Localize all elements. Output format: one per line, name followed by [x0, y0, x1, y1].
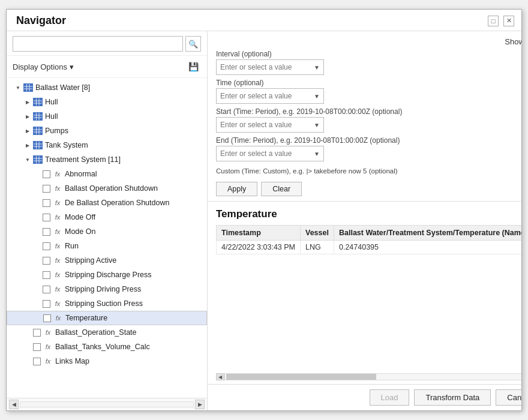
minimize-button[interactable]: □ [488, 16, 499, 26]
start-dropdown-arrow-icon[interactable]: ▼ [314, 122, 320, 128]
transform-button[interactable]: Transform Data [414, 389, 491, 406]
tree-area[interactable]: ▼ Ballast Water [8]▶ Hull▶ Hull▶ Pumps▶ [7, 78, 207, 398]
tree-item[interactable]: fxBallast_Operation_State [7, 325, 207, 340]
bottom-row: Load Transform Data Cancel [208, 384, 521, 410]
search-button[interactable]: 🔍 [185, 36, 201, 52]
tree-item-checkbox[interactable] [43, 170, 50, 178]
tree-item[interactable]: ▶ Tank System [7, 138, 207, 152]
tree-item-checkbox[interactable] [43, 271, 50, 279]
table-cell: 0.24740395 [334, 241, 521, 254]
tree-item[interactable]: fxAbnormal [7, 167, 207, 181]
tree-item[interactable]: fxMode On [7, 224, 207, 239]
tree-item[interactable]: fxBallast_Tanks_Volume_Calc [7, 340, 207, 354]
tree-item-label: Mode Off [65, 213, 95, 221]
expand-arrow-icon[interactable]: ▶ [23, 141, 32, 149]
filter-form: Show ▼ Interval (optional) ▼ [208, 31, 521, 202]
expand-arrow-icon[interactable]: ▶ [23, 127, 32, 135]
data-scroll-area[interactable]: TimestampVesselBallast Water/Treatment S… [216, 225, 521, 371]
end-input[interactable] [220, 149, 314, 158]
tree-item[interactable]: ▶ Hull [7, 109, 207, 124]
tree-item-checkbox[interactable] [43, 228, 50, 236]
display-options-label: Display Options [13, 62, 67, 71]
start-dropdown[interactable]: ▼ [216, 117, 324, 133]
end-field: End (Time: Period), e.g. 2019-10-08T01:0… [216, 136, 521, 161]
clear-button[interactable]: Clear [261, 182, 302, 196]
tree-item[interactable]: fxStripping Active [7, 253, 207, 268]
expand-arrow-icon[interactable]: ▼ [14, 83, 22, 92]
end-dropdown-arrow-icon[interactable]: ▼ [314, 151, 320, 157]
tree-item-checkbox[interactable] [43, 257, 50, 265]
interval-dropdown[interactable]: ▼ [216, 59, 324, 75]
expand-arrow-icon[interactable]: ▼ [23, 155, 32, 164]
tree-item[interactable]: fxRun [7, 239, 207, 253]
tree-item[interactable]: ▼ Treatment System [11] [7, 152, 207, 167]
fx-icon: fx [53, 285, 62, 293]
tree-item-checkbox[interactable] [43, 185, 50, 193]
end-label: End (Time: Period), e.g. 2019-10-08T01:0… [216, 136, 521, 145]
load-button[interactable]: Load [370, 389, 410, 406]
fx-icon: fx [53, 242, 62, 250]
tree-item[interactable]: ▼ Ballast Water [8] [7, 80, 207, 95]
start-label: Start (Time: Period), e.g. 2019-10-08T00… [216, 107, 521, 116]
svg-rect-25 [34, 156, 42, 163]
display-options-button[interactable]: Display Options ▾ [13, 62, 74, 71]
tree-item[interactable]: ▶ Pumps [7, 124, 207, 138]
tree-item[interactable]: fxDe Ballast Operation Shutdown [7, 196, 207, 210]
time-dropdown[interactable]: ▼ [216, 88, 324, 104]
table-icon [23, 83, 33, 92]
svg-rect-20 [34, 142, 42, 149]
settings-button[interactable]: 💾 [185, 59, 201, 74]
scroll-right-arrow-icon[interactable]: ▶ [195, 400, 205, 409]
tree-item-checkbox[interactable] [33, 329, 41, 337]
data-scroll-left-icon[interactable]: ◀ [216, 373, 224, 380]
interval-field: Interval (optional) ▼ [216, 50, 521, 75]
expand-arrow-icon[interactable]: ▶ [23, 112, 32, 121]
cancel-button[interactable]: Cancel [496, 389, 521, 406]
tree-item[interactable]: fxStripping Driving Press [7, 282, 207, 296]
data-scroll-track[interactable] [224, 373, 521, 380]
tree-item-checkbox[interactable] [33, 343, 41, 351]
tree-item[interactable]: fxStripping Suction Press [7, 296, 207, 311]
horizontal-scroll-track[interactable] [20, 401, 194, 407]
fx-icon: fx [53, 299, 62, 308]
expand-arrow-icon[interactable]: ▶ [23, 98, 32, 106]
time-dropdown-arrow-icon[interactable]: ▼ [314, 93, 320, 100]
tree-item[interactable]: fxBallast Operation Shutdown [7, 181, 207, 196]
right-panel-inner: Show ▼ Interval (optional) ▼ [208, 31, 521, 384]
tree-item-checkbox[interactable] [43, 214, 50, 221]
custom-label: Custom (Time: Custom), e.g. |> takebefor… [216, 167, 521, 175]
interval-dropdown-arrow-icon[interactable]: ▼ [314, 64, 320, 71]
tree-item[interactable]: fxStripping Discharge Press [7, 268, 207, 282]
display-options-arrow-icon: ▾ [70, 62, 74, 71]
tree-item[interactable]: ▶ Hull [7, 95, 207, 109]
table-cell: 4/22/2022 3:03:43 PM [217, 241, 301, 254]
interval-input[interactable] [220, 63, 314, 71]
tree-item[interactable]: fxLinks Map [7, 354, 207, 368]
tree-item-checkbox[interactable] [43, 286, 50, 293]
apply-button[interactable]: Apply [216, 182, 257, 196]
tree-item[interactable]: fxTemperature [7, 311, 207, 325]
close-button[interactable]: ✕ [503, 16, 514, 26]
scroll-left-arrow-icon[interactable]: ◀ [9, 400, 19, 409]
display-options-bar: Display Options ▾ 💾 [7, 56, 207, 78]
table-icon [33, 98, 43, 106]
fx-icon: fx [53, 227, 62, 236]
end-dropdown[interactable]: ▼ [216, 146, 324, 161]
tree-item-checkbox[interactable] [33, 358, 41, 365]
start-input[interactable] [220, 121, 314, 129]
tree-item-label: Run [65, 242, 79, 250]
show-button[interactable]: Show ▼ [505, 37, 521, 46]
tree-item-label: Ballast_Operation_State [55, 328, 137, 337]
tree-item-checkbox[interactable] [43, 199, 50, 207]
fx-icon: fx [43, 328, 53, 337]
tree-item-label: Stripping Active [65, 256, 116, 265]
data-scroll-handle[interactable] [226, 374, 376, 380]
tree-item-checkbox[interactable] [43, 242, 50, 250]
time-input[interactable] [220, 92, 314, 100]
search-input[interactable] [13, 36, 183, 52]
table-icon [33, 127, 43, 135]
tree-item-checkbox[interactable] [43, 314, 51, 322]
tree-item[interactable]: fxMode Off [7, 210, 207, 224]
time-label: Time (optional) [216, 79, 521, 87]
tree-item-checkbox[interactable] [43, 300, 50, 308]
